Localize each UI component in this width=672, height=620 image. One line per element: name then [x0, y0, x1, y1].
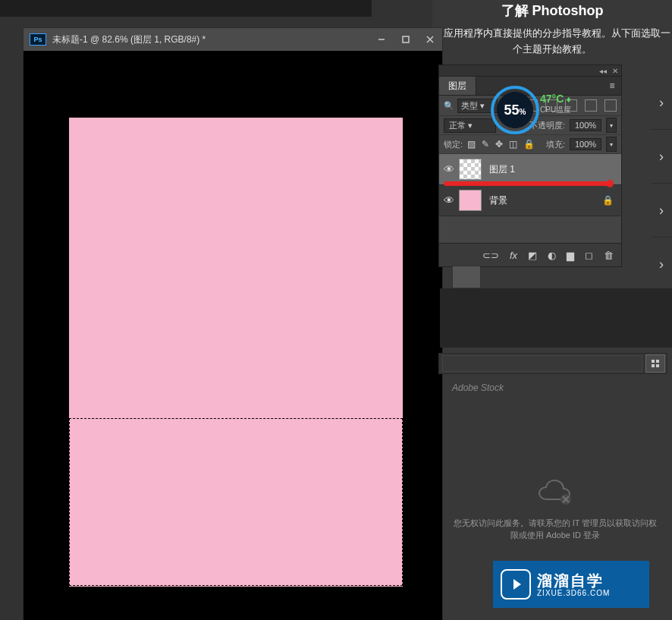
blend-mode-select[interactable]: 正常 ▾: [444, 118, 496, 133]
layer-fx-icon[interactable]: fx: [510, 250, 517, 261]
expand-chevron-2[interactable]: ›: [651, 130, 672, 184]
marquee-selection[interactable]: [69, 418, 403, 586]
layer-thumbnail-1[interactable]: [459, 159, 482, 180]
document-titlebar[interactable]: Ps 未标题-1 @ 82.6% (图层 1, RGB/8#) *: [24, 28, 442, 51]
svg-rect-4: [652, 360, 655, 363]
layers-bottom-bar: ⊂⊃ fx ◩ ◐ ▆ ◻ 🗑: [439, 243, 621, 266]
filter-smart-icon[interactable]: [604, 99, 617, 112]
layer-row-1[interactable]: 👁 图层 1: [439, 154, 621, 185]
close-button[interactable]: [418, 28, 442, 51]
document-title: 未标题-1 @ 82.6% (图层 1, RGB/8#) *: [52, 33, 206, 46]
panel-menu-icon[interactable]: ≡: [603, 77, 621, 95]
new-layer-icon[interactable]: ◻: [585, 250, 593, 261]
layer-list: 👁 图层 1 👁 背景 🔒: [439, 154, 621, 216]
fill-chevron-icon[interactable]: ▾: [606, 137, 617, 152]
tab-layers[interactable]: 图层: [439, 77, 476, 95]
minimize-button[interactable]: [369, 28, 394, 51]
layer-name-2[interactable]: 背景: [489, 194, 507, 207]
lock-label: 锁定:: [444, 139, 463, 150]
stock-toolbar: [438, 353, 667, 374]
lock-transparency-icon[interactable]: ▨: [467, 139, 476, 149]
learn-subtitle: 在应用程序内直接提供的分步指导教程。从下面选取一个主题开始教程。: [432, 26, 672, 58]
app-menubar-bg: [0, 0, 372, 17]
fill-input[interactable]: 100%: [570, 138, 601, 150]
adobe-stock-label: Adobe Stock: [452, 382, 504, 393]
cloud-error-message: 您无权访问此服务。请联系您的 IT 管理员以获取访问权限或使用 Adobe ID…: [452, 517, 658, 542]
layer-row-2[interactable]: 👁 背景 🔒: [439, 185, 621, 216]
svg-rect-6: [652, 364, 655, 367]
opacity-chevron-icon[interactable]: ▾: [606, 118, 617, 133]
leaf-icon: ♦: [567, 94, 571, 105]
cpu-temp-readout: 47°C ♦ CPU温度: [540, 93, 571, 115]
layer-thumbnail-2[interactable]: [459, 190, 482, 211]
canvas[interactable]: [69, 118, 403, 587]
svg-rect-1: [403, 36, 409, 42]
preview-thumbnail[interactable]: [452, 266, 481, 288]
cloud-error-icon: [537, 478, 573, 505]
visibility-toggle-2[interactable]: 👁: [439, 194, 459, 206]
collapse-icon[interactable]: ◂◂: [599, 67, 607, 75]
panel-collapse-bar[interactable]: ◂◂ ✕: [439, 65, 621, 77]
search-icon: 🔍: [444, 101, 454, 111]
visibility-toggle-1[interactable]: 👁: [439, 163, 459, 175]
filter-shape-icon[interactable]: [585, 99, 597, 112]
gauge-percent: 55%: [504, 102, 526, 118]
lock-row: 锁定: ▨ ✎ ✥ ◫ 🔒 填充: 100% ▾: [439, 135, 621, 154]
maximize-button[interactable]: [394, 28, 418, 51]
lock-icon-group: ▨ ✎ ✥ ◫ 🔒: [467, 139, 535, 149]
learn-title: 了解 Photoshop: [432, 0, 672, 20]
panel-divider: [440, 288, 672, 348]
link-layers-icon[interactable]: ⊂⊃: [482, 250, 499, 261]
adjustment-layer-icon[interactable]: ◐: [548, 250, 556, 261]
layer-lock-icon[interactable]: 🔒: [602, 195, 614, 206]
photoshop-icon: Ps: [30, 33, 46, 46]
lock-artboard-icon[interactable]: ◫: [509, 139, 517, 149]
fill-label: 填充:: [546, 139, 565, 150]
play-icon: [501, 569, 531, 600]
stock-dropdown[interactable]: [442, 355, 642, 372]
side-expand-column: › › › ›: [651, 76, 672, 291]
group-icon[interactable]: ▆: [567, 250, 574, 261]
expand-chevron-4[interactable]: ›: [651, 238, 672, 291]
watermark-title: 溜溜自学: [537, 572, 610, 589]
close-panel-icon[interactable]: ✕: [612, 67, 618, 75]
watermark-url: ZIXUE.3D66.COM: [537, 589, 610, 597]
cpu-temp-label: CPU温度: [540, 105, 571, 115]
cloud-error-area: 您无权访问此服务。请联系您的 IT 管理员以获取访问权限或使用 Adobe ID…: [452, 478, 658, 542]
lock-paint-icon[interactable]: ✎: [482, 139, 489, 149]
lock-move-icon[interactable]: ✥: [495, 139, 503, 149]
lock-all-icon[interactable]: 🔒: [523, 139, 535, 149]
document-window: Ps 未标题-1 @ 82.6% (图层 1, RGB/8#) *: [23, 27, 443, 620]
cpu-temp-value: 47°C: [540, 93, 564, 105]
opacity-input[interactable]: 100%: [570, 119, 601, 131]
learn-panel: 了解 Photoshop 在应用程序内直接提供的分步指导教程。从下面选取一个主题…: [432, 0, 672, 65]
layer-name-1[interactable]: 图层 1: [489, 163, 515, 176]
svg-rect-5: [656, 360, 659, 363]
watermark-badge: 溜溜自学 ZIXUE.3D66.COM: [493, 561, 649, 608]
svg-rect-7: [656, 364, 659, 367]
cpu-gauge: 55%: [491, 86, 539, 134]
delete-layer-icon[interactable]: 🗑: [604, 250, 614, 261]
expand-chevron-3[interactable]: ›: [651, 184, 672, 238]
layer-mask-icon[interactable]: ◩: [528, 250, 537, 261]
grid-view-button[interactable]: [645, 354, 665, 373]
expand-chevron-1[interactable]: ›: [651, 76, 672, 130]
